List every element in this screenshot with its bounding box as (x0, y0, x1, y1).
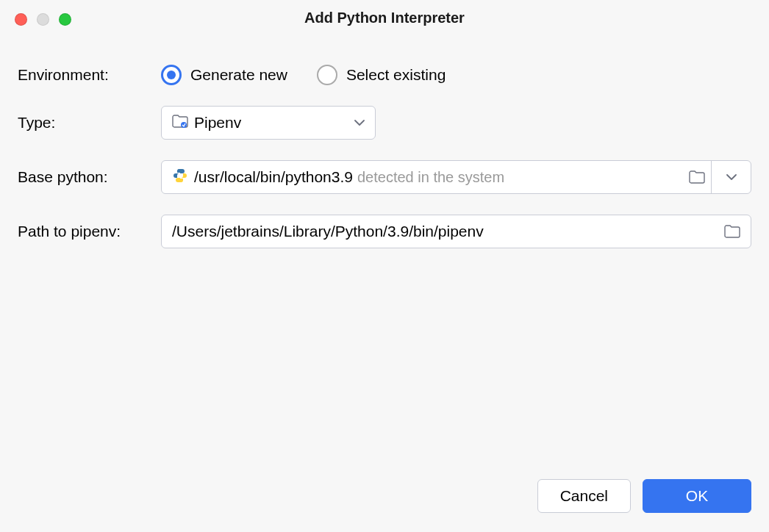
base-python-row: Base python: /usr/local/bin/python3.9det… (18, 160, 751, 194)
chevron-down-icon (354, 116, 365, 129)
type-value: Pipenv (194, 114, 348, 132)
environment-row: Environment: Generate new Select existin… (18, 65, 751, 85)
base-python-label: Base python: (18, 168, 161, 186)
chevron-down-icon (726, 170, 737, 184)
ok-button[interactable]: OK (643, 479, 751, 513)
radio-label-generate-new: Generate new (190, 66, 287, 84)
environment-label: Environment: (18, 66, 161, 84)
folder-icon[interactable] (689, 170, 705, 184)
base-python-hint: detected in the system (357, 169, 504, 185)
radio-select-existing[interactable]: Select existing (317, 65, 446, 85)
base-python-dropdown-button[interactable] (711, 161, 751, 193)
cancel-button[interactable]: Cancel (537, 479, 631, 513)
path-to-pipenv-value: /Users/jetbrains/Library/Python/3.9/bin/… (172, 223, 718, 240)
close-window-button[interactable] (15, 13, 27, 26)
pipenv-folder-icon (172, 115, 188, 131)
base-python-input[interactable]: /usr/local/bin/python3.9detected in the … (161, 160, 751, 194)
window-title: Add Python Interpreter (15, 10, 754, 26)
ok-button-label: OK (686, 487, 708, 505)
dialog-footer: Cancel OK (0, 479, 769, 532)
window-controls (15, 13, 71, 26)
python-icon (172, 168, 188, 187)
radio-indicator-unselected (317, 65, 337, 85)
path-to-pipenv-label: Path to pipenv: (18, 223, 161, 240)
path-to-pipenv-input[interactable]: /Users/jetbrains/Library/Python/3.9/bin/… (161, 215, 751, 248)
add-interpreter-dialog: Add Python Interpreter Environment: Gene… (0, 0, 769, 532)
radio-generate-new[interactable]: Generate new (161, 65, 287, 85)
radio-label-select-existing: Select existing (346, 66, 446, 84)
radio-indicator-selected (161, 65, 182, 85)
cancel-button-label: Cancel (560, 487, 608, 505)
base-python-value: /usr/local/bin/python3.9 (194, 168, 353, 185)
folder-icon[interactable] (724, 225, 740, 238)
type-select[interactable]: Pipenv (161, 106, 376, 140)
type-label: Type: (18, 114, 161, 132)
maximize-window-button[interactable] (59, 13, 71, 26)
environment-radio-group: Generate new Select existing (161, 65, 446, 85)
path-to-pipenv-row: Path to pipenv: /Users/jetbrains/Library… (18, 215, 751, 248)
base-python-text: /usr/local/bin/python3.9detected in the … (194, 168, 683, 186)
minimize-window-button[interactable] (37, 13, 49, 26)
dialog-content: Environment: Generate new Select existin… (0, 35, 769, 479)
titlebar: Add Python Interpreter (0, 0, 769, 35)
type-row: Type: Pipenv (18, 106, 751, 140)
